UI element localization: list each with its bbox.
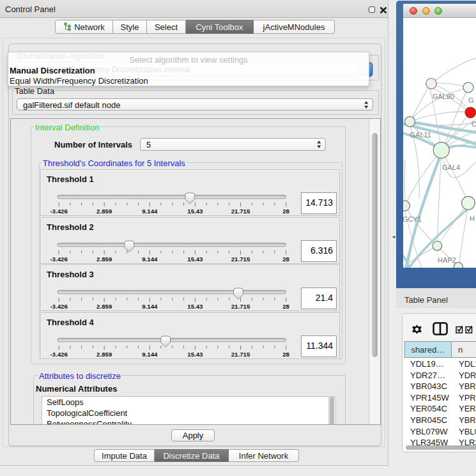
svg-text:-3.426: -3.426 [50, 208, 68, 215]
svg-text:H: H [470, 215, 475, 222]
svg-text:-3.426: -3.426 [50, 303, 68, 310]
svg-text:GAL80: GAL80 [433, 93, 454, 100]
svg-text:28: 28 [282, 351, 289, 358]
svg-text:9.144: 9.144 [142, 351, 158, 358]
svg-text:9.144: 9.144 [142, 256, 158, 263]
svg-text:28: 28 [282, 303, 289, 310]
svg-text:21.715: 21.715 [231, 208, 250, 215]
svg-text:HAP2: HAP2 [438, 256, 456, 264]
svg-text:15.43: 15.43 [187, 351, 203, 358]
svg-text:15.43: 15.43 [187, 303, 203, 310]
svg-text:G: G [468, 96, 474, 104]
svg-text:2.859: 2.859 [96, 303, 112, 310]
svg-text:28: 28 [282, 208, 289, 215]
svg-text:GAL11: GAL11 [410, 131, 431, 139]
svg-text:-3.426: -3.426 [50, 256, 68, 263]
svg-text:-3.426: -3.426 [50, 351, 68, 358]
svg-text:28: 28 [282, 256, 289, 263]
svg-text:9.144: 9.144 [142, 303, 158, 310]
svg-text:15.43: 15.43 [187, 208, 203, 215]
svg-text:21.715: 21.715 [231, 256, 250, 263]
svg-text:2.859: 2.859 [96, 208, 112, 215]
svg-text:21.715: 21.715 [231, 303, 250, 310]
svg-text:C: C [472, 120, 476, 128]
svg-text:21.715: 21.715 [231, 351, 250, 358]
svg-text:15.43: 15.43 [187, 256, 203, 263]
svg-text:GCY1: GCY1 [403, 215, 422, 223]
svg-text:2.859: 2.859 [96, 256, 112, 263]
svg-text:2.859: 2.859 [96, 351, 112, 358]
svg-text:GAL4: GAL4 [442, 164, 460, 171]
svg-text:9.144: 9.144 [142, 208, 158, 215]
